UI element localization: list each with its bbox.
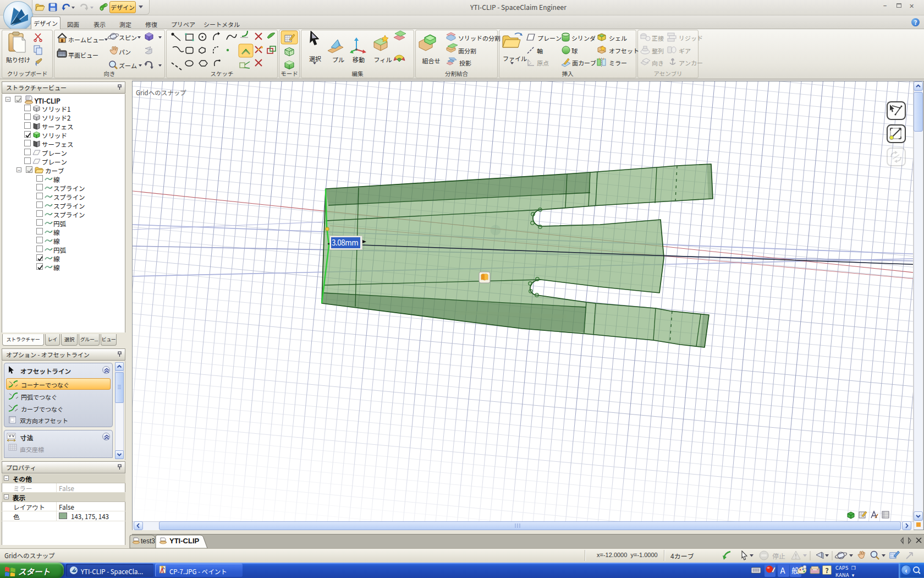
svg-text:A: A bbox=[780, 564, 786, 576]
